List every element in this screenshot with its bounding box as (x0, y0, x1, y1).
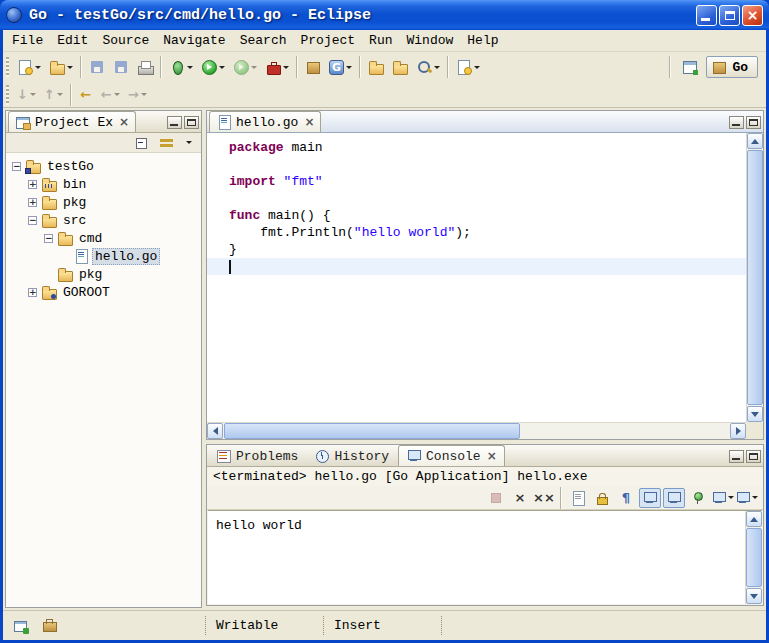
editor-horizontal-scrollbar[interactable] (207, 422, 746, 439)
toolbar-grip[interactable] (6, 85, 9, 105)
scroll-down-button[interactable] (746, 588, 762, 604)
tab-history[interactable]: History (307, 446, 396, 466)
tab-problems[interactable]: Problems (209, 446, 305, 466)
tree-item-pkg2[interactable]: pkg (6, 265, 201, 283)
menu-source[interactable]: Source (95, 31, 156, 50)
expand-expander-icon[interactable]: + (28, 288, 37, 297)
workbench: File Edit Source Navigate Search Project… (3, 30, 766, 640)
scroll-lock-button[interactable] (591, 488, 613, 508)
menu-run[interactable]: Run (362, 31, 399, 50)
tab-console[interactable]: Console × (398, 445, 505, 466)
open-type-button[interactable] (388, 55, 412, 79)
scroll-right-button[interactable] (730, 423, 746, 439)
show-stdout-button[interactable] (639, 488, 661, 508)
forward-button[interactable]: → (124, 83, 151, 107)
tree-item-bin[interactable]: + bin (6, 175, 201, 193)
maximize-button[interactable] (719, 5, 740, 26)
tree-item-src[interactable]: − src (6, 211, 201, 229)
word-wrap-button[interactable]: ¶ (615, 488, 637, 508)
scroll-down-button[interactable] (747, 406, 763, 422)
pin-console-button[interactable] (687, 488, 709, 508)
annotations-button[interactable] (452, 55, 484, 79)
menu-window[interactable]: Window (400, 31, 461, 50)
menu-navigate[interactable]: Navigate (156, 31, 232, 50)
collapse-expander-icon[interactable]: − (44, 234, 53, 243)
open-perspective-button[interactable] (678, 55, 702, 79)
project-tree[interactable]: − testGo + bin + pkg − src (6, 153, 201, 607)
tree-item-pkg[interactable]: + pkg (6, 193, 201, 211)
close-button[interactable]: × (742, 5, 763, 26)
new-go-element-button[interactable] (45, 55, 77, 79)
minimize-editor-button[interactable] (729, 116, 744, 129)
expand-expander-icon[interactable]: + (28, 198, 37, 207)
code-area[interactable]: package main import "fmt" func main() { … (207, 133, 746, 422)
go-perspective-button[interactable]: Go (706, 56, 758, 78)
expand-expander-icon[interactable]: + (28, 180, 37, 189)
menu-search[interactable]: Search (233, 31, 294, 50)
external-tools-button[interactable] (261, 55, 293, 79)
search-button[interactable] (412, 55, 444, 79)
maximize-view-button[interactable] (184, 116, 199, 129)
menu-file[interactable]: File (5, 31, 50, 50)
maximize-editor-button[interactable] (746, 116, 761, 129)
save-all-button[interactable] (109, 55, 133, 79)
scroll-up-button[interactable] (747, 133, 763, 149)
debug-button[interactable] (165, 55, 197, 79)
back-button[interactable]: ← (97, 83, 124, 107)
collapse-expander-icon[interactable]: − (12, 162, 21, 171)
minimize-view-button[interactable] (167, 116, 182, 129)
close-icon[interactable]: × (119, 116, 129, 128)
link-with-editor-button[interactable] (155, 134, 179, 152)
menu-project[interactable]: Project (293, 31, 362, 50)
console-output[interactable]: hello world (208, 510, 762, 604)
minimize-console-button[interactable] (729, 450, 744, 463)
remove-launch-button[interactable]: × (509, 488, 531, 508)
save-button[interactable] (85, 55, 109, 79)
editor-vertical-scrollbar[interactable] (746, 133, 763, 422)
next-annotation-button[interactable]: ↓ (13, 83, 40, 107)
clear-console-button[interactable] (567, 488, 589, 508)
menu-edit[interactable]: Edit (50, 31, 95, 50)
print-button[interactable] (133, 55, 157, 79)
tab-project-explorer[interactable]: Project Ex × (8, 111, 136, 132)
minimize-button[interactable] (696, 5, 717, 26)
profile-button[interactable] (229, 55, 261, 79)
terminate-button[interactable] (485, 488, 507, 508)
view-menu-button[interactable] (180, 134, 198, 152)
toolbar-grip[interactable] (6, 57, 9, 77)
go-tools-button[interactable]: G (325, 55, 356, 79)
collapse-all-button[interactable] (130, 134, 154, 152)
scrollbar-thumb[interactable] (746, 528, 762, 587)
tree-item-cmd[interactable]: − cmd (6, 229, 201, 247)
editor-tab-bar: hello.go × (207, 111, 763, 133)
run-button[interactable] (197, 55, 229, 79)
workspace-trim-button[interactable] (37, 617, 61, 635)
close-icon[interactable]: × (304, 116, 314, 128)
open-resource-button[interactable] (364, 55, 388, 79)
display-selected-console-button[interactable] (711, 488, 733, 508)
show-stderr-button[interactable] (663, 488, 685, 508)
tree-item-goroot[interactable]: + GOROOT (6, 283, 201, 301)
previous-annotation-button[interactable]: ↑ (40, 83, 67, 107)
maximize-console-button[interactable] (746, 450, 761, 463)
scrollbar-thumb[interactable] (747, 150, 763, 405)
go-build-button[interactable] (301, 55, 325, 79)
console-vertical-scrollbar[interactable] (745, 511, 762, 604)
scroll-left-button[interactable] (207, 423, 223, 439)
open-console-button[interactable] (735, 488, 757, 508)
code-editor[interactable]: package main import "fmt" func main() { … (207, 133, 763, 439)
scroll-up-button[interactable] (746, 511, 762, 527)
remove-all-launches-button[interactable]: ×× (533, 488, 555, 508)
tab-hello-go[interactable]: hello.go × (209, 111, 321, 132)
title-bar[interactable]: Go - testGo/src/cmd/hello.go - Eclipse × (0, 0, 769, 30)
new-wizard-button[interactable] (13, 55, 45, 79)
menu-help[interactable]: Help (460, 31, 505, 50)
scrollbar-thumb[interactable] (224, 423, 520, 439)
close-icon[interactable]: × (487, 450, 497, 462)
tree-item-testgo[interactable]: − testGo (6, 157, 201, 175)
fast-view-button[interactable] (9, 617, 33, 635)
eclipse-logo-icon[interactable] (6, 7, 22, 23)
tree-item-hello-go[interactable]: hello.go (6, 247, 201, 265)
collapse-expander-icon[interactable]: − (28, 216, 37, 225)
last-edit-location-button[interactable]: ← (75, 83, 97, 107)
